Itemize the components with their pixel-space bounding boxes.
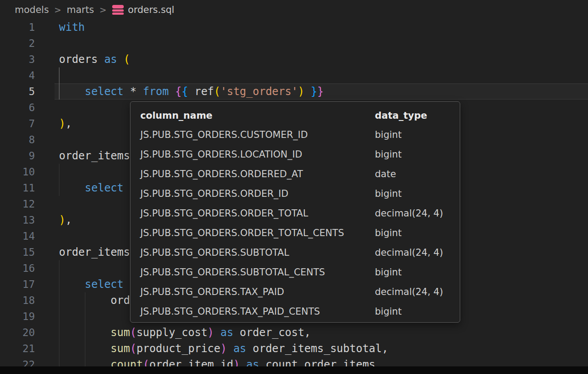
hover-table-row: JS.PUB.STG_ORDERS.SUBTOTALdecimal(24, 4) bbox=[130, 243, 460, 262]
indent-guide bbox=[59, 164, 59, 180]
hover-table-row: JS.PUB.STG_ORDERS.ORDERED_ATdate bbox=[130, 164, 460, 184]
code-line[interactable]: 4 bbox=[0, 67, 588, 83]
chevron-right-icon: > bbox=[54, 5, 61, 15]
line-number: 12 bbox=[0, 196, 35, 212]
column-name-cell: JS.PUB.STG_ORDERS.ORDER_TOTAL bbox=[140, 208, 375, 219]
code-line[interactable]: 1with bbox=[0, 19, 588, 35]
chevron-right-icon: > bbox=[99, 5, 106, 15]
line-number: 6 bbox=[0, 100, 35, 116]
hover-table-row: JS.PUB.STG_ORDERS.TAX_PAIDdecimal(24, 4) bbox=[130, 282, 460, 302]
data-type-cell: bigint bbox=[375, 188, 402, 199]
hover-table-body: JS.PUB.STG_ORDERS.CUSTOMER_IDbigintJS.PU… bbox=[130, 125, 460, 321]
line-number: 9 bbox=[0, 148, 35, 164]
code-text: ), bbox=[59, 212, 72, 228]
code-text: select * from {{ ref('stg_orders') }} bbox=[59, 83, 323, 100]
indent-guide bbox=[59, 67, 59, 83]
column-name-cell: JS.PUB.STG_ORDERS.LOCATION_ID bbox=[140, 149, 375, 160]
data-type-cell: decimal(24, 4) bbox=[375, 247, 443, 258]
data-type-cell: bigint bbox=[375, 129, 402, 140]
column-name-cell: JS.PUB.STG_ORDERS.SUBTOTAL_CENTS bbox=[140, 267, 375, 278]
code-text: ), bbox=[59, 116, 72, 132]
column-name-cell: JS.PUB.STG_ORDERS.ORDERED_AT bbox=[140, 169, 375, 179]
code-text: orders as ( bbox=[59, 51, 130, 67]
line-number: 21 bbox=[0, 341, 35, 357]
file-name: orders.sql bbox=[128, 4, 174, 15]
hover-table-row: JS.PUB.STG_ORDERS.ORDER_TOTAL_CENTSbigin… bbox=[130, 223, 460, 243]
line-number: 13 bbox=[0, 212, 35, 228]
code-text: order_items bbox=[59, 148, 130, 164]
code-text: sum(product_price) as order_items_subtot… bbox=[59, 341, 388, 357]
data-type-cell: date bbox=[375, 169, 396, 179]
column-name-cell: JS.PUB.STG_ORDERS.SUBTOTAL bbox=[140, 247, 375, 258]
hover-table-row: JS.PUB.STG_ORDERS.ORDER_TOTALdecimal(24,… bbox=[130, 204, 460, 223]
code-line[interactable]: 21 sum(product_price) as order_items_sub… bbox=[0, 341, 588, 357]
data-type-cell: decimal(24, 4) bbox=[375, 287, 443, 297]
data-type-cell: bigint bbox=[375, 267, 402, 278]
data-type-cell: bigint bbox=[375, 149, 402, 160]
column-name-cell: JS.PUB.STG_ORDERS.TAX_PAID_CENTS bbox=[140, 306, 375, 317]
data-type-cell: decimal(24, 4) bbox=[375, 208, 443, 219]
line-number: 15 bbox=[0, 244, 35, 260]
line-number: 1 bbox=[0, 19, 35, 35]
hover-table-header: column_name data_type bbox=[130, 106, 460, 125]
breadcrumb: models > marts > orders.sql bbox=[0, 0, 588, 19]
breadcrumb-item-file[interactable]: orders.sql bbox=[112, 4, 174, 16]
column-name-header: column_name bbox=[140, 110, 375, 121]
code-line[interactable]: 5 select * from {{ ref('stg_orders') }} bbox=[0, 83, 588, 100]
code-text: ord bbox=[59, 292, 130, 308]
hover-table-row: JS.PUB.STG_ORDERS.SUBTOTAL_CENTSbigint bbox=[130, 262, 460, 282]
data-type-cell: bigint bbox=[375, 306, 402, 317]
data-type-cell: bigint bbox=[375, 228, 402, 238]
indent-guide bbox=[59, 260, 59, 276]
line-number: 17 bbox=[0, 276, 35, 292]
hover-table-row: JS.PUB.STG_ORDERS.LOCATION_IDbigint bbox=[130, 145, 460, 164]
code-text: with bbox=[59, 19, 85, 35]
indent-guide bbox=[85, 308, 85, 324]
code-line[interactable]: 20 sum(supply_cost) as order_cost, bbox=[0, 324, 588, 341]
hover-table-row: JS.PUB.STG_ORDERS.CUSTOMER_IDbigint bbox=[130, 125, 460, 145]
line-number: 3 bbox=[0, 51, 35, 67]
hover-table-row: JS.PUB.STG_ORDERS.ORDER_IDbigint bbox=[130, 184, 460, 204]
window-bottom-edge bbox=[0, 366, 588, 374]
line-number: 18 bbox=[0, 292, 35, 308]
column-name-cell: JS.PUB.STG_ORDERS.ORDER_ID bbox=[140, 188, 375, 199]
indent-guide bbox=[59, 308, 59, 324]
breadcrumb-item-models[interactable]: models bbox=[15, 4, 49, 15]
line-number: 5 bbox=[0, 83, 35, 100]
code-line[interactable]: 2 bbox=[0, 35, 588, 51]
column-name-cell: JS.PUB.STG_ORDERS.CUSTOMER_ID bbox=[140, 129, 375, 140]
hover-table-row: JS.PUB.STG_ORDERS.TAX_PAID_CENTSbigint bbox=[130, 302, 460, 321]
line-number: 4 bbox=[0, 67, 35, 83]
hover-tooltip: column_name data_type JS.PUB.STG_ORDERS.… bbox=[130, 101, 460, 323]
line-number: 7 bbox=[0, 116, 35, 132]
code-text: select bbox=[59, 180, 124, 196]
line-number: 19 bbox=[0, 308, 35, 324]
column-name-cell: JS.PUB.STG_ORDERS.TAX_PAID bbox=[140, 287, 375, 297]
line-number: 8 bbox=[0, 132, 35, 148]
line-number: 2 bbox=[0, 35, 35, 51]
code-text: sum(supply_cost) as order_cost, bbox=[59, 324, 311, 341]
column-name-cell: JS.PUB.STG_ORDERS.ORDER_TOTAL_CENTS bbox=[140, 228, 375, 238]
line-number: 10 bbox=[0, 164, 35, 180]
data-type-header: data_type bbox=[375, 110, 427, 121]
line-number: 11 bbox=[0, 180, 35, 196]
code-line[interactable]: 3orders as ( bbox=[0, 51, 588, 67]
code-text: select bbox=[59, 276, 124, 292]
line-number: 20 bbox=[0, 324, 35, 341]
breadcrumb-item-marts[interactable]: marts bbox=[67, 4, 94, 15]
line-number: 16 bbox=[0, 260, 35, 276]
code-text: order_items bbox=[59, 244, 130, 260]
database-icon bbox=[112, 4, 124, 16]
line-number: 14 bbox=[0, 228, 35, 244]
